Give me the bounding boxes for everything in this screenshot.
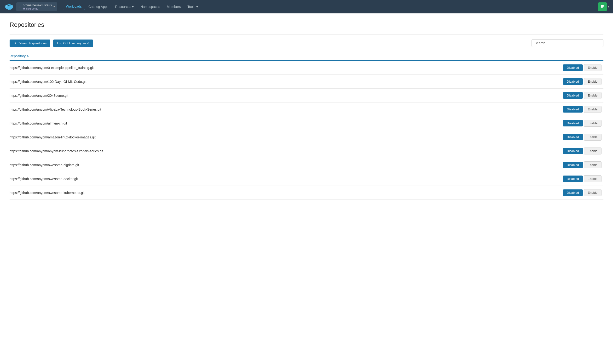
disabled-button[interactable]: Disabled (563, 106, 583, 113)
disabled-button[interactable]: Disabled (563, 176, 583, 182)
repo-actions: Disabled Enable (556, 186, 603, 200)
disabled-button[interactable]: Disabled (563, 92, 583, 99)
enable-button[interactable]: Enable (584, 64, 601, 71)
logout-user-button[interactable]: Log Out User anypm ⎋ (53, 39, 93, 47)
repo-url: https://github.com/anypm/100-Days-Of-ML-… (10, 75, 556, 89)
table-row: https://github.com/anypm/2048demo.gitDis… (10, 89, 603, 103)
disabled-button[interactable]: Disabled (563, 134, 583, 140)
nav-links: Workloads Catalog Apps Resources ▾ Names… (63, 3, 598, 10)
logout-icon: ⎋ (87, 41, 89, 45)
sort-icon: ⇅ (27, 55, 29, 58)
table-row: https://github.com/anypm/Alibaba-Technol… (10, 103, 603, 116)
enable-button[interactable]: Enable (584, 189, 601, 196)
table-row: https://github.com/anypm/awesome-docker.… (10, 172, 603, 186)
search-input[interactable] (532, 39, 603, 47)
repo-actions: Disabled Enable (556, 130, 603, 144)
repo-url: https://github.com/anypm/amazon-linux-do… (10, 130, 556, 144)
nav-workloads[interactable]: Workloads (63, 3, 85, 10)
divider (10, 34, 603, 35)
svg-point-12 (10, 5, 10, 6)
repo-url: https://github.com/anypm/awesome-kuberne… (10, 186, 556, 200)
repo-actions: Disabled Enable (556, 89, 603, 103)
enable-button[interactable]: Enable (584, 106, 601, 113)
page-title: Repositories (10, 21, 603, 28)
repo-actions: Disabled Enable (556, 103, 603, 116)
refresh-repositories-button[interactable]: ↺ Refresh Repositories (10, 39, 50, 47)
brand-logo (4, 3, 14, 11)
svg-point-10 (7, 4, 11, 6)
cluster-icon: ⊞ (19, 5, 21, 9)
enable-button[interactable]: Enable (584, 161, 601, 168)
disabled-button[interactable]: Disabled (563, 162, 583, 168)
cluster-selector[interactable]: ⊞ prometheus-cluster-x ▣ cicd-demo ▾ (16, 2, 57, 11)
disabled-button[interactable]: Disabled (563, 120, 583, 126)
svg-rect-9 (10, 9, 11, 10)
repo-actions: Disabled Enable (556, 75, 603, 89)
repo-url: https://github.com/anypm/almvm-cn.git (10, 116, 556, 130)
user-avatar[interactable]: ⊞ (598, 2, 607, 11)
main-content: Repositories ↺ Refresh Repositories Log … (0, 13, 613, 207)
enable-button[interactable]: Enable (584, 92, 601, 99)
table-row: https://github.com/anypm/0-example-pipel… (10, 61, 603, 75)
nav-right: ⊞ ▾ (598, 2, 609, 11)
repo-actions: Disabled Enable (556, 61, 603, 75)
repositories-table: Repository ⇅ https://github.com/anypm/0-… (10, 52, 603, 200)
svg-rect-8 (8, 9, 9, 10)
disabled-button[interactable]: Disabled (563, 189, 583, 196)
svg-point-7 (12, 6, 12, 6)
nav-catalog-apps[interactable]: Catalog Apps (86, 3, 111, 10)
repo-url: https://github.com/anypm/anypm-kubernete… (10, 144, 556, 158)
table-row: https://github.com/anypm/awesome-kuberne… (10, 186, 603, 200)
repo-actions: Disabled Enable (556, 116, 603, 130)
namespace-icon: ▣ (23, 7, 25, 10)
nav-members[interactable]: Members (164, 3, 184, 10)
repo-actions: Disabled Enable (556, 144, 603, 158)
disabled-button[interactable]: Disabled (563, 65, 583, 71)
cluster-name: prometheus-cluster-x (23, 3, 52, 7)
enable-button[interactable]: Enable (584, 78, 601, 85)
cluster-dropdown-arrow: ▾ (53, 5, 55, 8)
disabled-button[interactable]: Disabled (563, 78, 583, 85)
user-dropdown-arrow: ▾ (608, 5, 609, 8)
table-row: https://github.com/anypm/100-Days-Of-ML-… (10, 75, 603, 89)
nav-resources[interactable]: Resources ▾ (112, 3, 137, 10)
table-row: https://github.com/anypm/awesome-bigdata… (10, 158, 603, 172)
table-row: https://github.com/anypm/anypm-kubernete… (10, 144, 603, 158)
actions-column-header (556, 52, 603, 61)
svg-point-11 (8, 5, 9, 6)
repository-column-header[interactable]: Repository ⇅ (10, 52, 556, 61)
enable-button[interactable]: Enable (584, 120, 601, 127)
repo-url: https://github.com/anypm/awesome-bigdata… (10, 158, 556, 172)
table-row: https://github.com/anypm/amazon-linux-do… (10, 130, 603, 144)
repo-actions: Disabled Enable (556, 158, 603, 172)
nav-tools[interactable]: Tools ▾ (185, 3, 201, 10)
repo-actions: Disabled Enable (556, 172, 603, 186)
cluster-namespace: ▣ cicd-demo (23, 7, 52, 10)
refresh-icon: ↺ (13, 41, 16, 45)
avatar-icon: ⊞ (601, 4, 604, 9)
repo-url: https://github.com/anypm/2048demo.git (10, 89, 556, 103)
enable-button[interactable]: Enable (584, 147, 601, 155)
table-row: https://github.com/anypm/almvm-cn.gitDis… (10, 116, 603, 130)
repo-url: https://github.com/anypm/Alibaba-Technol… (10, 103, 556, 116)
navbar: ⊞ prometheus-cluster-x ▣ cicd-demo ▾ Wor… (0, 0, 613, 13)
repo-url: https://github.com/anypm/0-example-pipel… (10, 61, 556, 75)
repo-url: https://github.com/anypm/awesome-docker.… (10, 172, 556, 186)
resources-dropdown-icon: ▾ (132, 5, 134, 9)
disabled-button[interactable]: Disabled (563, 148, 583, 154)
toolbar: ↺ Refresh Repositories Log Out User anyp… (10, 39, 603, 47)
nav-namespaces[interactable]: Namespaces (138, 3, 163, 10)
enable-button[interactable]: Enable (584, 134, 601, 141)
enable-button[interactable]: Enable (584, 175, 601, 182)
tools-dropdown-icon: ▾ (196, 5, 198, 9)
svg-point-6 (6, 6, 6, 6)
